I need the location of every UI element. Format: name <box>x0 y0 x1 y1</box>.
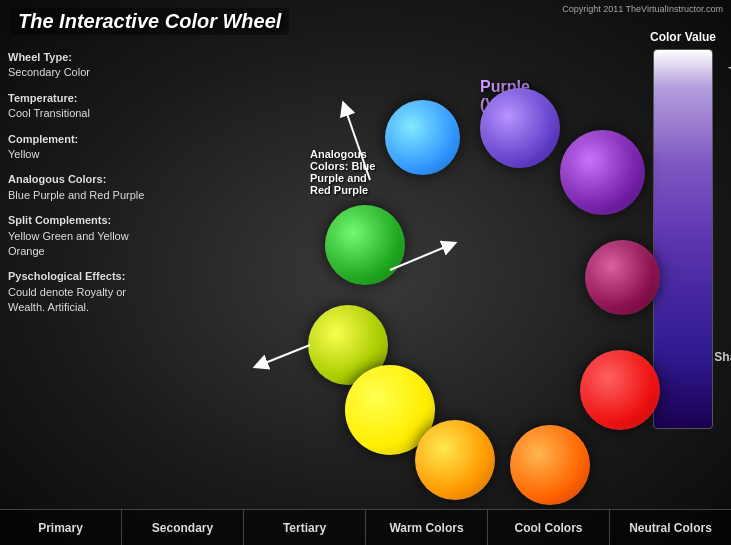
tab-secondary[interactable]: Secondary <box>122 510 244 545</box>
circle-purple[interactable] <box>560 130 645 215</box>
circle-green[interactable] <box>325 205 405 285</box>
tab-primary[interactable]: Primary <box>0 510 122 545</box>
psychological-value: Could denote Royalty or Wealth. Artifici… <box>8 286 126 313</box>
title: The Interactive Color Wheel <box>10 8 289 35</box>
circle-red[interactable] <box>580 350 660 430</box>
temperature-label: Temperature: <box>8 92 77 104</box>
wheel-type-info: Wheel Type: Secondary Color <box>8 50 163 81</box>
tab-warm[interactable]: Warm Colors <box>366 510 488 545</box>
split-info: Split Complements: Yellow Green and Yell… <box>8 213 163 259</box>
complement-label: Complement: <box>8 133 78 145</box>
info-panel: Wheel Type: Secondary Color Temperature:… <box>8 50 163 325</box>
color-value-title: Color Value <box>643 30 723 44</box>
temperature-info: Temperature: Cool Transitional <box>8 91 163 122</box>
complement-info: Complement: Yellow <box>8 132 163 163</box>
psychological-label: Pyschological Effects: <box>8 270 125 282</box>
color-value-panel: Color Value Tints Hue Shades <box>643 30 723 429</box>
analogous-value: Blue Purple and Red Purple <box>8 189 144 201</box>
complement-value: Yellow <box>8 148 39 160</box>
analogous-info: Analogous Colors: Blue Purple and Red Pu… <box>8 172 163 203</box>
copyright: Copyright 2011 TheVirtualInstructor.com <box>562 4 723 14</box>
circle-orange[interactable] <box>510 425 590 505</box>
temperature-value: Cool Transitional <box>8 107 90 119</box>
analogous-label: Analogous Colors: <box>8 173 106 185</box>
split-value: Yellow Green and Yellow Orange <box>8 230 129 257</box>
tab-cool[interactable]: Cool Colors <box>488 510 610 545</box>
circle-blue-purple[interactable] <box>480 88 560 168</box>
tab-tertiary[interactable]: Tertiary <box>244 510 366 545</box>
circle-yellow-orange[interactable] <box>415 420 495 500</box>
wheel-type-label: Wheel Type: <box>8 51 72 63</box>
psychological-info: Pyschological Effects: Could denote Roya… <box>8 269 163 315</box>
color-gradient-bar: Tints Hue Shades <box>653 49 713 429</box>
analogous-annotation-1: AnalogousColors: BluePurple andRed Purpl… <box>310 148 430 196</box>
wheel-area <box>150 40 580 500</box>
circle-red-purple[interactable] <box>585 240 660 315</box>
split-label: Split Complements: <box>8 214 111 226</box>
wheel-type-value: Secondary Color <box>8 66 90 78</box>
tab-neutral[interactable]: Neutral Colors <box>610 510 731 545</box>
bottom-tabs: PrimarySecondaryTertiaryWarm ColorsCool … <box>0 509 731 545</box>
shades-label: Shades <box>714 350 731 364</box>
